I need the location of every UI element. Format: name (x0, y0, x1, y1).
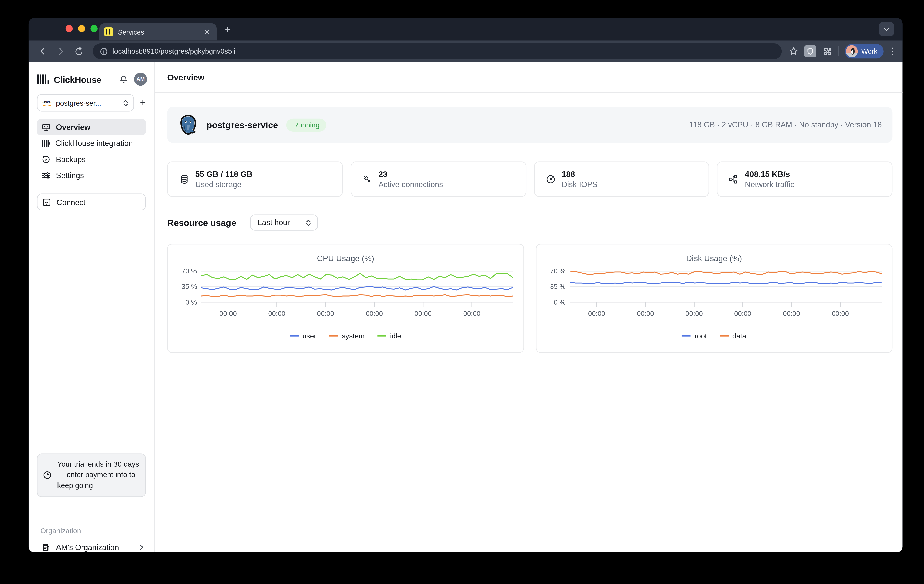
browser-menu-icon[interactable] (889, 48, 895, 55)
status-badge: Running (287, 118, 326, 131)
stat-card-used-storage: 55 GB / 118 GBUsed storage (167, 162, 343, 197)
tab-title: Services (118, 28, 197, 35)
sidebar-nav: Overview ClickHouse integration Backups … (29, 111, 154, 184)
time-range-value: Last hour (257, 218, 290, 227)
plug-icon (362, 174, 373, 184)
svg-text:70 %: 70 % (182, 267, 197, 275)
back-button[interactable] (36, 44, 50, 58)
organization-section-label: Organization (40, 527, 81, 535)
legend-label: root (695, 332, 707, 340)
main-area: Overview postgres-service Runn (155, 62, 903, 553)
network-icon (728, 174, 739, 184)
organization-building-icon (42, 543, 51, 552)
stat-label: Used storage (195, 180, 252, 189)
address-bar[interactable]: localhost:8910/postgres/pgkybgnv0s5ii (93, 43, 782, 59)
svg-text:35 %: 35 % (182, 283, 197, 291)
legend-item-data[interactable]: data (720, 332, 746, 340)
overview-icon (42, 122, 51, 132)
shield-extension-icon[interactable] (804, 45, 816, 57)
sidebar: ClickHouse AM aws postgres-ser... + (29, 62, 155, 553)
forward-button[interactable] (53, 44, 68, 58)
trial-clock-icon (43, 471, 52, 480)
extensions-puzzle-icon[interactable] (822, 46, 832, 56)
svg-text:00:00: 00:00 (463, 309, 480, 318)
notifications-bell-icon[interactable] (119, 75, 128, 84)
backups-history-icon (42, 155, 51, 164)
svg-text:00:00: 00:00 (317, 309, 334, 318)
legend-item-root[interactable]: root (682, 332, 707, 340)
svg-text:00:00: 00:00 (588, 309, 605, 318)
sidebar-item-label: Settings (56, 171, 84, 180)
toolbar-actions: Work (789, 44, 895, 58)
sidebar-item-label: ClickHouse integration (56, 139, 133, 148)
chart-title: CPU Usage (%) (174, 254, 517, 263)
connect-label: Connect (56, 197, 85, 207)
svg-text:0 %: 0 % (185, 298, 197, 306)
updown-chevron-icon (305, 219, 312, 226)
minimize-window-button[interactable] (78, 25, 85, 32)
zoom-window-button[interactable] (91, 25, 97, 32)
legend-item-idle[interactable]: idle (378, 332, 401, 340)
clickhouse-app: ClickHouse AM aws postgres-ser... + (29, 62, 903, 553)
svg-text:35 %: 35 % (550, 283, 566, 291)
stat-card-network-traffic: 408.15 KB/sNetwork traffic (717, 162, 893, 197)
organization-item[interactable]: AM's Organization (37, 539, 149, 553)
close-window-button[interactable] (66, 25, 73, 32)
legend-dash (682, 336, 691, 337)
sidebar-item-label: Overview (56, 122, 91, 132)
browser-tab-services[interactable]: Services ✕ (99, 23, 217, 40)
new-tab-button[interactable]: + (225, 25, 231, 35)
stat-label: Network traffic (745, 180, 794, 189)
stat-label: Disk IOPS (562, 180, 597, 189)
service-selector[interactable]: aws postgres-ser... (37, 94, 134, 112)
chevron-right-icon (138, 544, 145, 550)
time-range-select[interactable]: Last hour (250, 215, 318, 231)
sidebar-item-backups[interactable]: Backups (37, 151, 146, 167)
postgresql-logo (178, 114, 198, 135)
sidebar-item-overview[interactable]: Overview (37, 119, 146, 135)
connect-button[interactable]: Connect (37, 194, 146, 210)
clickhouse-favicon (104, 27, 113, 36)
updown-chevron-icon (123, 99, 129, 106)
cpu-usage-chart: 0 %35 %70 %00:0000:0000:0000:0000:0000:0… (174, 266, 517, 324)
connect-icon (42, 197, 51, 207)
reload-button[interactable] (71, 44, 86, 58)
legend-label: system (342, 332, 365, 340)
bookmark-star-icon[interactable] (789, 46, 798, 56)
browser-profile-button[interactable]: Work (845, 44, 883, 58)
chart-title: Disk Usage (%) (542, 254, 886, 263)
resource-usage-header: Resource usage Last hour (167, 215, 893, 231)
legend-label: idle (390, 332, 401, 340)
sidebar-item-clickhouse-integration[interactable]: ClickHouse integration (37, 135, 146, 151)
browser-toolbar: localhost:8910/postgres/pgkybgnv0s5ii Wo… (29, 40, 903, 62)
stat-value: 55 GB / 118 GB (195, 170, 252, 179)
trial-notice-card: Your trial ends in 30 days — enter payme… (37, 453, 146, 497)
disk-usage-chart: 0 %35 %70 %00:0000:0000:0000:0000:0000:0… (542, 266, 886, 324)
legend-item-system[interactable]: system (330, 332, 365, 340)
profile-avatar (846, 45, 858, 57)
chart-legend: rootdata (542, 332, 886, 340)
legend-dash (378, 336, 387, 337)
page-header: Overview (155, 62, 903, 93)
legend-label: data (733, 332, 746, 340)
svg-text:00:00: 00:00 (366, 309, 383, 318)
sidebar-item-settings[interactable]: Settings (37, 167, 146, 184)
sidebar-item-label: Backups (56, 155, 86, 164)
stat-cards-row: 55 GB / 118 GBUsed storage 23Active conn… (167, 162, 893, 197)
trial-notice-text: Your trial ends in 30 days — enter payme… (57, 459, 139, 491)
legend-item-user[interactable]: user (290, 332, 316, 340)
add-service-button[interactable]: + (140, 98, 146, 108)
service-specs: 118 GB · 2 vCPU · 8 GB RAM · No standby … (689, 120, 882, 129)
tab-search-button[interactable] (879, 22, 894, 36)
stat-value: 23 (378, 170, 443, 179)
resource-usage-title: Resource usage (167, 217, 236, 227)
database-icon (178, 174, 189, 184)
user-avatar[interactable]: AM (134, 73, 147, 86)
brand-row: ClickHouse AM (29, 62, 154, 94)
stat-value: 188 (562, 170, 597, 179)
browser-window: Services ✕ + localhost:8910/postgres/pgk… (29, 18, 903, 553)
stat-value: 408.15 KB/s (745, 170, 794, 179)
legend-label: user (302, 332, 316, 340)
page-title: Overview (167, 72, 205, 82)
tab-close-icon[interactable]: ✕ (202, 27, 212, 36)
